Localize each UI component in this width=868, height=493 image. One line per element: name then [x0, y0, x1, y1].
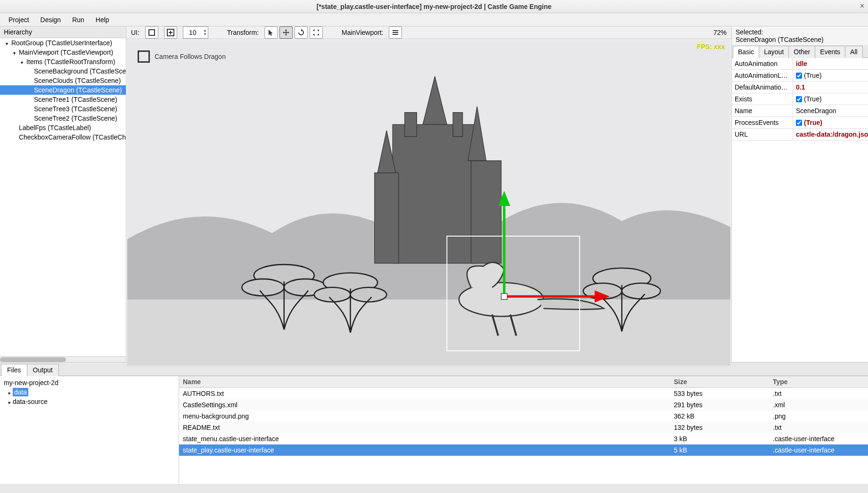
- bottom-tab-output[interactable]: Output: [27, 364, 59, 376]
- property-name: ProcessEvents: [732, 117, 793, 128]
- file-row[interactable]: README.txt132 bytes.txt: [179, 422, 868, 433]
- hierarchy-item[interactable]: ▾ RootGroup (TCastleUserInterface): [0, 38, 126, 48]
- svg-rect-10: [127, 299, 730, 366]
- tab-basic[interactable]: Basic: [733, 46, 759, 58]
- hierarchy-item[interactable]: SceneTree3 (TCastleScene): [0, 104, 126, 114]
- spinner-arrows-icon[interactable]: ▲▼: [202, 29, 208, 36]
- property-value[interactable]: (True): [793, 93, 868, 105]
- property-name: Exists: [732, 93, 793, 105]
- property-checkbox[interactable]: [796, 96, 802, 102]
- property-checkbox[interactable]: [796, 73, 802, 79]
- hierarchy-item[interactable]: ▾ Items (TCastleRootTransform): [0, 57, 126, 66]
- file-row[interactable]: menu-background.png362 kB.png: [179, 411, 868, 422]
- property-row[interactable]: DefaultAnimationTransition0.1: [732, 82, 868, 93]
- hierarchy-item[interactable]: LabelFps (TCastleLabel): [0, 123, 126, 132]
- hierarchy-item[interactable]: SceneBackground (TCastleScene): [0, 66, 126, 76]
- svg-point-17: [242, 279, 284, 296]
- scale-tool-button[interactable]: [310, 26, 323, 39]
- bottom-panel: FilesOutput my-new-project-2d ▸ data▸ da…: [0, 362, 868, 485]
- file-list-header: Name Size Type: [179, 376, 868, 388]
- file-tree-item[interactable]: ▸ data-source: [2, 397, 177, 406]
- property-list: AutoAnimationidleAutoAnimationLoop(True)…: [732, 58, 868, 362]
- window-title: [*state_play.castle-user-interface] my-n…: [317, 3, 551, 10]
- file-row[interactable]: AUTHORS.txt533 bytes.txt: [179, 388, 868, 399]
- property-value[interactable]: (True): [793, 70, 868, 81]
- select-tool-button[interactable]: [264, 26, 278, 39]
- property-value[interactable]: SceneDragon: [793, 105, 868, 116]
- statusbar: [0, 485, 868, 493]
- mainviewport-label: MainViewport:: [342, 29, 383, 36]
- selected-value: SceneDragon (TCastleScene): [736, 36, 864, 43]
- svg-rect-12: [375, 173, 399, 263]
- menu-help[interactable]: Help: [91, 14, 114, 25]
- property-checkbox[interactable]: [796, 120, 802, 126]
- ui-rect-plus-button[interactable]: [164, 26, 177, 39]
- hierarchy-scrollbar[interactable]: [0, 356, 126, 362]
- property-row[interactable]: Exists(True): [732, 93, 868, 105]
- move-tool-button[interactable]: [279, 26, 293, 39]
- property-row[interactable]: NameSceneDragon: [732, 105, 868, 117]
- project-root[interactable]: my-new-project-2d: [2, 378, 177, 387]
- snap-input[interactable]: [183, 29, 202, 36]
- property-value[interactable]: idle: [793, 58, 868, 69]
- property-name: Name: [732, 105, 793, 116]
- property-name: URL: [732, 129, 793, 140]
- close-icon[interactable]: ×: [860, 2, 864, 10]
- file-tree[interactable]: my-new-project-2d ▸ data▸ data-source: [0, 376, 179, 485]
- property-row[interactable]: AutoAnimationLoop(True): [732, 70, 868, 82]
- file-list: Name Size Type AUTHORS.txt533 bytes.txtC…: [179, 376, 868, 485]
- camera-follow-checkbox[interactable]: Camera Follows Dragon: [138, 50, 226, 63]
- tab-other[interactable]: Other: [788, 46, 815, 58]
- viewport-menu-button[interactable]: [389, 26, 402, 39]
- checkbox-icon: [138, 50, 150, 63]
- hierarchy-header: Hierarchy: [0, 26, 126, 38]
- col-type[interactable]: Type: [769, 376, 868, 387]
- hierarchy-item[interactable]: ▾ MainViewport (TCastleViewport): [0, 48, 126, 57]
- menu-run[interactable]: Run: [67, 14, 89, 25]
- col-name[interactable]: Name: [179, 376, 670, 387]
- property-name: DefaultAnimationTransition: [732, 82, 793, 93]
- svg-rect-15: [453, 113, 462, 137]
- ui-label: UI:: [131, 29, 139, 36]
- inspector-panel: Selected: SceneDragon (TCastleScene) Bas…: [731, 26, 868, 362]
- tab-all[interactable]: All: [845, 46, 863, 58]
- hierarchy-item[interactable]: CheckboxCameraFollow (TCastleCheckbox): [0, 132, 126, 142]
- viewport[interactable]: Camera Follows Dragon FPS: xxx: [127, 40, 730, 366]
- menu-design[interactable]: Design: [36, 14, 66, 25]
- camera-follow-label: Camera Follows Dragon: [155, 53, 226, 60]
- hierarchy-item[interactable]: SceneClouds (TCastleScene): [0, 76, 126, 85]
- property-value[interactable]: castle-data:/dragon.json: [793, 129, 868, 140]
- property-name: AutoAnimationLoop: [732, 70, 793, 81]
- property-row[interactable]: AutoAnimationidle: [732, 58, 868, 70]
- ui-rect-button[interactable]: [145, 26, 158, 39]
- property-name: AutoAnimation: [732, 58, 793, 69]
- bottom-tab-files[interactable]: Files: [1, 364, 27, 376]
- svg-rect-29: [501, 294, 508, 300]
- file-row[interactable]: CastleSettings.xml291 bytes.xml: [179, 399, 868, 411]
- col-size[interactable]: Size: [670, 376, 769, 387]
- snap-spinner[interactable]: ▲▼: [183, 26, 208, 39]
- toolbar: UI: ▲▼ Transform: MainViewport: 72%: [126, 26, 731, 39]
- rotate-tool-button[interactable]: [295, 26, 308, 39]
- inspector-tabs: BasicLayoutOtherEventsAll: [732, 45, 868, 58]
- property-row[interactable]: URLcastle-data:/dragon.json: [732, 129, 868, 140]
- file-tree-item[interactable]: ▸ data: [2, 387, 177, 397]
- hierarchy-item[interactable]: SceneDragon (TCastleScene): [0, 85, 126, 95]
- property-row[interactable]: ProcessEvents(True): [732, 117, 868, 129]
- titlebar: [*state_play.castle-user-interface] my-n…: [0, 0, 868, 13]
- transform-label: Transform:: [227, 29, 259, 36]
- zoom-label: 72%: [713, 29, 727, 36]
- file-row[interactable]: state_menu.castle-user-interface3 kB.cas…: [179, 433, 868, 444]
- hierarchy-panel: Hierarchy ▾ RootGroup (TCastleUserInterf…: [0, 26, 126, 362]
- hierarchy-tree[interactable]: ▾ RootGroup (TCastleUserInterface)▾ Main…: [0, 38, 126, 356]
- tab-events[interactable]: Events: [815, 46, 845, 58]
- property-value[interactable]: (True): [793, 117, 868, 128]
- hierarchy-item[interactable]: SceneTree2 (TCastleScene): [0, 114, 126, 123]
- file-row[interactable]: state_play.castle-user-interface5 kB.cas…: [179, 444, 868, 456]
- hierarchy-item[interactable]: SceneTree1 (TCastleScene): [0, 95, 126, 104]
- tab-layout[interactable]: Layout: [759, 46, 789, 58]
- property-value[interactable]: 0.1: [793, 82, 868, 93]
- menubar: Project Design Run Help: [0, 13, 868, 26]
- menu-project[interactable]: Project: [4, 14, 34, 25]
- center-panel: UI: ▲▼ Transform: MainViewport: 72%: [126, 26, 731, 362]
